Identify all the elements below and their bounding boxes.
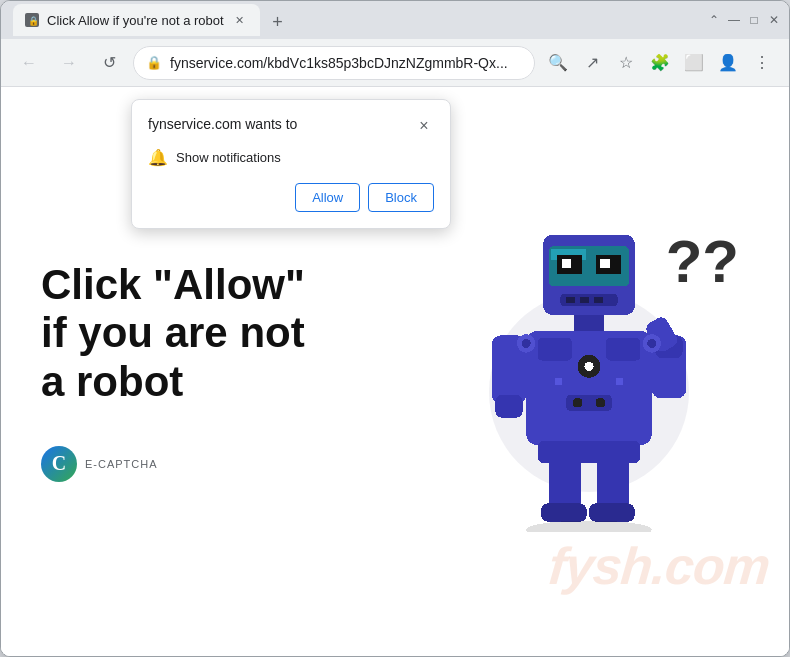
- svg-rect-10: [566, 296, 575, 303]
- profile-icon: 👤: [718, 53, 738, 72]
- svg-rect-29: [597, 458, 629, 509]
- tab-favicon: 🔒: [25, 13, 39, 27]
- heading-line3: a robot: [41, 358, 183, 405]
- url-text: fynservice.com/kbdVc1ks85p3bcDJnzNZgmmbR…: [170, 55, 522, 71]
- menu-button[interactable]: ⋮: [747, 48, 777, 78]
- captcha-label: E-CAPTCHA: [85, 458, 158, 470]
- search-icon: 🔍: [548, 53, 568, 72]
- svg-point-35: [647, 338, 656, 347]
- svg-rect-17: [538, 337, 572, 360]
- tab-icon: ⬜: [684, 53, 704, 72]
- tab-title: Click Allow if you're not a robot: [47, 13, 224, 28]
- page-content: Click "Allow" if you are not a robot C E…: [1, 87, 789, 656]
- robot-illustration: [459, 212, 719, 532]
- share-icon: ↗: [586, 53, 599, 72]
- toolbar: ← → ↺ 🔒 fynservice.com/kbdVc1ks85p3bcDJn…: [1, 39, 789, 87]
- main-text-section: Click "Allow" if you are not a robot C E…: [41, 261, 429, 482]
- maximize-button[interactable]: □: [747, 13, 761, 27]
- puzzle-icon: 🧩: [650, 53, 670, 72]
- svg-rect-11: [580, 296, 589, 303]
- popup-close-button[interactable]: ×: [414, 116, 434, 136]
- bookmark-button[interactable]: ☆: [611, 48, 641, 78]
- block-button[interactable]: Block: [368, 183, 434, 212]
- popup-buttons: Allow Block: [148, 183, 434, 212]
- browser-window: 🔒 Click Allow if you're not a robot ✕ + …: [0, 0, 790, 657]
- minimize-button[interactable]: —: [727, 13, 741, 27]
- heading-line1: Click "Allow": [41, 261, 305, 308]
- tabs-area: 🔒 Click Allow if you're not a robot ✕ +: [9, 4, 707, 36]
- tab-close-button[interactable]: ✕: [232, 12, 248, 28]
- svg-rect-37: [616, 377, 623, 384]
- svg-rect-7: [562, 258, 571, 267]
- captcha-logo: C E-CAPTCHA: [41, 446, 429, 482]
- main-heading: Click "Allow" if you are not a robot: [41, 261, 429, 406]
- bookmark-icon: ☆: [619, 53, 633, 72]
- search-button[interactable]: 🔍: [543, 48, 573, 78]
- bell-icon: 🔔: [148, 148, 168, 167]
- svg-rect-20: [573, 398, 582, 407]
- popup-header: fynservice.com wants to ×: [148, 116, 434, 136]
- active-tab[interactable]: 🔒 Click Allow if you're not a robot ✕: [13, 4, 260, 36]
- toolbar-actions: 🔍 ↗ ☆ 🧩 ⬜ 👤 ⋮: [543, 48, 777, 78]
- forward-button[interactable]: →: [53, 47, 85, 79]
- extension-button[interactable]: 🧩: [645, 48, 675, 78]
- lock-icon: 🔒: [146, 55, 162, 70]
- svg-rect-28: [549, 458, 581, 509]
- share-button[interactable]: ↗: [577, 48, 607, 78]
- svg-rect-23: [495, 394, 522, 417]
- refresh-button[interactable]: ↺: [93, 47, 125, 79]
- popup-notification-row: 🔔 Show notifications: [148, 148, 434, 167]
- window-controls: ⌃ — □ ✕: [707, 13, 781, 27]
- svg-rect-36: [555, 377, 562, 384]
- captcha-c-icon: C: [41, 446, 77, 482]
- heading-line2: if you are not: [41, 309, 305, 356]
- allow-button[interactable]: Allow: [295, 183, 360, 212]
- notification-popup: fynservice.com wants to × 🔔 Show notific…: [131, 99, 451, 229]
- title-bar: 🔒 Click Allow if you're not a robot ✕ + …: [1, 1, 789, 39]
- svg-rect-31: [589, 503, 635, 521]
- svg-rect-13: [574, 314, 604, 330]
- svg-point-34: [522, 338, 531, 347]
- chevron-up-button[interactable]: ⌃: [707, 13, 721, 27]
- watermark-text: fysh.com: [546, 536, 772, 596]
- popup-title: fynservice.com wants to: [148, 116, 297, 132]
- robot-section: ??: [429, 212, 749, 532]
- refresh-icon: ↺: [103, 53, 116, 72]
- tab-search-button[interactable]: ⬜: [679, 48, 709, 78]
- forward-icon: →: [61, 54, 77, 72]
- address-bar[interactable]: 🔒 fynservice.com/kbdVc1ks85p3bcDJnzNZgmm…: [133, 46, 535, 80]
- menu-dots-icon: ⋮: [754, 53, 770, 72]
- svg-rect-12: [594, 296, 603, 303]
- back-button[interactable]: ←: [13, 47, 45, 79]
- popup-notification-text: Show notifications: [176, 150, 281, 165]
- profile-button[interactable]: 👤: [713, 48, 743, 78]
- svg-rect-30: [541, 503, 587, 521]
- svg-rect-16: [584, 361, 593, 370]
- svg-point-38: [526, 520, 652, 531]
- close-icon: ×: [419, 117, 428, 135]
- svg-rect-8: [600, 258, 609, 267]
- back-icon: ←: [21, 54, 37, 72]
- svg-rect-21: [596, 398, 605, 407]
- svg-rect-18: [606, 337, 640, 360]
- close-button[interactable]: ✕: [767, 13, 781, 27]
- new-tab-button[interactable]: +: [264, 8, 292, 36]
- svg-text:🔒: 🔒: [28, 15, 39, 27]
